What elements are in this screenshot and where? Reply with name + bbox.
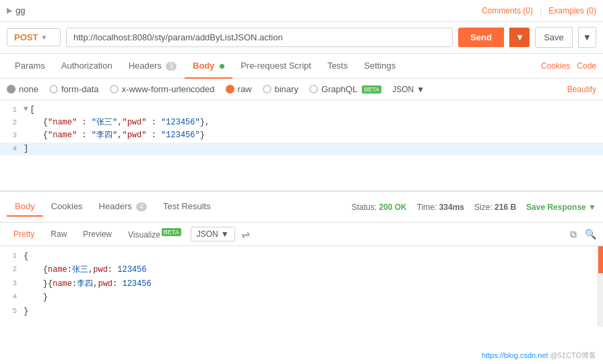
save-dropdown-button[interactable]: ▼ <box>578 27 596 48</box>
watermark-suffix: @51CTO博客 <box>550 351 596 359</box>
body-type-none[interactable]: none <box>7 84 38 94</box>
res-format-arrow: ▼ <box>221 229 229 239</box>
send-button[interactable]: Send <box>458 28 504 47</box>
code-line-3: 3 {"name" : "李四","pwd" : "123456"} <box>0 129 603 142</box>
scrollbar[interactable] <box>598 246 603 327</box>
response-tabs: Body Cookies Headers 4 Test Results <box>7 197 219 217</box>
scrollbar-thumb[interactable] <box>598 246 603 273</box>
res-view-pretty[interactable]: Pretty <box>7 227 41 242</box>
search-icon[interactable]: 🔍 <box>585 229 596 240</box>
request-code-area[interactable]: 1 ▼ [ 2 {"name" : "张三","pwd" : "123456"}… <box>0 100 603 191</box>
fold-arrow-1: ▼ <box>24 104 28 116</box>
status-label: Status: 200 OK <box>352 203 407 212</box>
copy-icon[interactable]: ⧉ <box>570 229 577 240</box>
line-num-3: 3 <box>3 129 24 142</box>
body-type-formdata-label: form-data <box>61 84 99 94</box>
radio-urlencoded-circle <box>110 85 119 94</box>
tab-authorization[interactable]: Authorization <box>53 54 121 79</box>
body-type-binary-label: binary <box>275 84 298 94</box>
res-line-1: 1 { <box>0 250 603 263</box>
body-type-urlencoded[interactable]: x-www-form-urlencoded <box>110 84 215 94</box>
save-button[interactable]: Save <box>535 27 573 48</box>
code-link[interactable]: Code <box>577 61 596 71</box>
radio-formdata-circle <box>49 85 58 94</box>
bracket-open: [ <box>30 104 35 116</box>
res-line-4: 4 } <box>0 291 603 304</box>
res-tab-cookies[interactable]: Cookies <box>43 197 91 217</box>
response-header: Body Cookies Headers 4 Test Results Stat… <box>0 191 603 223</box>
tab-body[interactable]: Body <box>185 54 232 79</box>
top-bar: ▶ gg Comments (0) | Examples (0) <box>0 0 603 22</box>
res-view-visualize[interactable]: VisualizeBETA <box>121 226 188 242</box>
line-num-4: 4 <box>3 143 24 155</box>
response-view-tabs: Pretty Raw Preview VisualizeBETA JSON ▼ … <box>0 223 603 246</box>
radio-none-circle <box>7 85 15 94</box>
sep: | <box>540 5 542 15</box>
comments-link[interactable]: Comments (0) <box>482 6 533 15</box>
res-tab-headers[interactable]: Headers 4 <box>91 197 155 217</box>
res-format-label: JSON <box>197 229 218 239</box>
time-value: 334ms <box>439 203 464 212</box>
response-area-wrapper: 1 { 2 {name:张三,pwd: 123456 3 }{name:李四,p… <box>0 246 603 327</box>
code-line-1: 1 ▼ [ <box>0 104 603 116</box>
radio-graphql-circle <box>309 85 318 94</box>
url-input[interactable] <box>66 28 453 47</box>
body-type-row: none form-data x-www-form-urlencoded raw… <box>0 79 603 100</box>
code-line-2-content: {"name" : "张三","pwd" : "123456"}, <box>24 116 210 129</box>
tab-headers[interactable]: Headers 9 <box>121 54 185 79</box>
tab-pre-request-script[interactable]: Pre-request Script <box>232 54 319 79</box>
res-view-raw[interactable]: Raw <box>44 227 73 242</box>
status-value: 200 OK <box>379 203 406 212</box>
tab-tests[interactable]: Tests <box>319 54 356 79</box>
tab-arrow-icon: ▶ <box>7 6 12 15</box>
body-type-raw-label: raw <box>238 84 252 94</box>
method-select[interactable]: POST ▼ <box>7 28 61 46</box>
json-format-label: JSON <box>392 85 414 94</box>
body-type-urlencoded-label: x-www-form-urlencoded <box>122 84 215 94</box>
json-format-dropdown[interactable]: JSON ▼ <box>392 85 424 94</box>
examples-link[interactable]: Examples (0) <box>548 6 596 15</box>
bracket-close: ] <box>24 143 28 155</box>
code-line-2: 2 {"name" : "张三","pwd" : "123456"}, <box>0 116 603 129</box>
line-num-2: 2 <box>3 116 24 129</box>
body-type-raw[interactable]: raw <box>226 84 252 94</box>
res-line-3: 3 }{name:李四,pwd: 123456 <box>0 277 603 291</box>
radio-binary-circle <box>263 85 272 94</box>
res-view-preview[interactable]: Preview <box>76 227 119 242</box>
res-tab-test-results[interactable]: Test Results <box>155 197 219 217</box>
save-response-button[interactable]: Save Response ▼ <box>526 203 596 212</box>
method-dropdown-arrow: ▼ <box>40 34 47 41</box>
res-format-dropdown[interactable]: JSON ▼ <box>191 227 235 242</box>
code-line-4: 4 ] <box>0 143 603 155</box>
tab-params[interactable]: Params <box>7 54 53 79</box>
size-label: Size: 216 B <box>474 203 516 212</box>
body-type-form-data[interactable]: form-data <box>49 84 99 94</box>
res-line-5: 5 } <box>0 305 603 318</box>
radio-raw-circle <box>226 85 234 94</box>
footer-watermark: https://blog.csdn.net @51CTO博客 <box>482 351 596 361</box>
beautify-button[interactable]: Beautify <box>567 85 596 94</box>
watermark-link: https://blog.csdn.net <box>482 351 548 359</box>
response-status-bar: Status: 200 OK Time: 334ms Size: 216 B S… <box>352 203 596 212</box>
wrap-icon[interactable]: ⇌ <box>241 228 250 241</box>
size-value: 216 B <box>495 203 516 212</box>
res-tab-body[interactable]: Body <box>7 197 43 217</box>
body-type-binary[interactable]: binary <box>263 84 298 94</box>
method-label: POST <box>14 32 38 42</box>
tab-name: gg <box>15 5 25 15</box>
url-bar: POST ▼ Send ▼ Save ▼ <box>0 22 603 54</box>
line-num-1: 1 <box>3 104 24 116</box>
body-type-graphql[interactable]: GraphQLBETA <box>309 84 381 94</box>
code-line-3-content: {"name" : "李四","pwd" : "123456"} <box>24 129 205 142</box>
json-dropdown-arrow: ▼ <box>416 85 424 94</box>
body-type-graphql-label: GraphQL <box>321 84 357 94</box>
send-dropdown-button[interactable]: ▼ <box>509 28 530 47</box>
body-type-none-label: none <box>19 84 38 94</box>
cookies-link[interactable]: Cookies <box>541 61 570 71</box>
res-line-2: 2 {name:张三,pwd: 123456 <box>0 263 603 277</box>
time-label: Time: 334ms <box>417 203 464 212</box>
request-tabs: Params Authorization Headers 9 Body Pre-… <box>0 54 603 79</box>
response-code-area[interactable]: 1 { 2 {name:张三,pwd: 123456 3 }{name:李四,p… <box>0 246 603 327</box>
tab-settings[interactable]: Settings <box>356 54 404 79</box>
